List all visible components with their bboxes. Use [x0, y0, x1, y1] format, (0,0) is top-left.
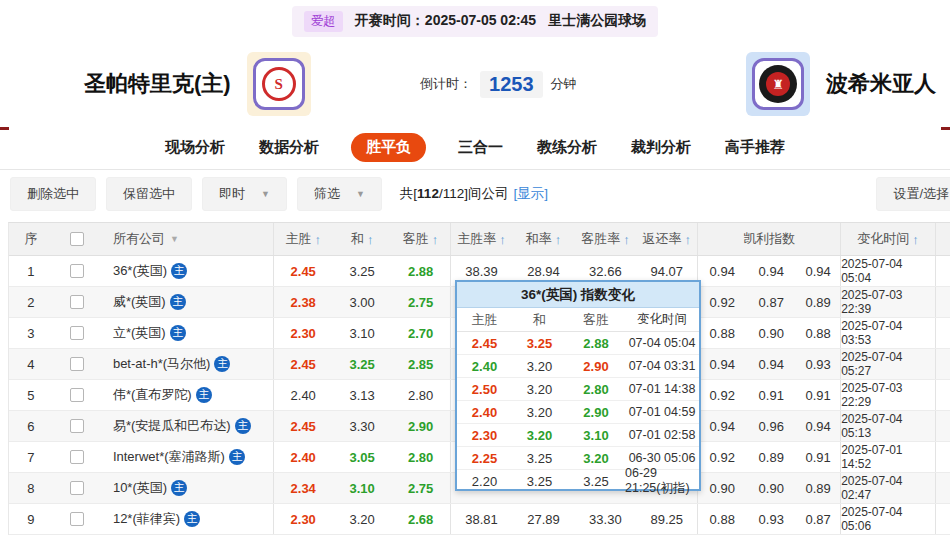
kelly-draw: 0.90 [746, 473, 796, 503]
kelly-draw: 0.87 [746, 287, 796, 317]
kelly-home: 0.88 [698, 504, 746, 534]
home-team: 圣帕特里克(主) S [84, 52, 311, 116]
row-checkbox[interactable] [70, 326, 84, 340]
popup-odds-away: 3.10 [567, 428, 625, 443]
kelly-draw: 0.94 [746, 349, 796, 379]
nav-tab[interactable]: 教练分析 [535, 133, 599, 162]
popup-odds-draw: 3.20 [512, 359, 567, 374]
odds-away: 2.68 [392, 504, 451, 534]
table-header: 序 所有公司▼ 主胜↑ 和↑ 客胜↑ 主胜率↑ 和率↑ 客胜率↑ 返还率↑ 凯利… [9, 223, 950, 256]
row-checkbox[interactable] [70, 419, 84, 433]
odds-away: 2.88 [392, 256, 451, 286]
header-company[interactable]: 所有公司▼ [101, 223, 274, 255]
popup-header: 主胜 和 客胜 变化时间 [457, 308, 699, 332]
settings-button[interactable]: 设置/选择 [876, 177, 950, 211]
odds-home: 2.45 [274, 411, 333, 441]
header-draw-rate[interactable]: 和率↑ [512, 223, 574, 255]
kelly-away: 0.89 [796, 473, 841, 503]
kelly-home: 0.94 [698, 256, 746, 286]
popup-odds-away: 2.90 [567, 405, 625, 420]
kelly-away: 0.89 [796, 287, 841, 317]
row-time: 2025-07-01 14:52 [841, 442, 936, 472]
host-badge-icon: 主 [196, 387, 212, 403]
header-change-time[interactable]: 变化时间↑ [841, 223, 936, 255]
row-checkbox[interactable] [70, 357, 84, 371]
odds-draw: 3.13 [333, 380, 392, 410]
kelly-draw: 0.93 [746, 504, 796, 534]
popup-odds-away: 2.90 [567, 359, 625, 374]
row-seq: 2 [9, 287, 53, 317]
nav-tab[interactable]: 数据分析 [257, 133, 321, 162]
kelly-draw: 0.94 [746, 256, 796, 286]
filter-dropdown[interactable]: 筛选▼ [297, 177, 382, 211]
popup-row-time: 07-04 03:31 [625, 359, 699, 373]
company-name[interactable]: Interwet*(塞浦路斯) [113, 448, 225, 466]
kelly-away: 0.91 [796, 442, 841, 472]
host-badge-icon: 主 [184, 511, 200, 527]
row-checkbox[interactable] [70, 388, 84, 402]
row-checkbox[interactable] [70, 481, 84, 495]
keep-selected-button[interactable]: 保留选中 [106, 177, 192, 211]
company-name[interactable]: 36*(英国) [113, 262, 167, 280]
company-name[interactable]: 伟*(直布罗陀) [113, 386, 192, 404]
instant-dropdown[interactable]: 即时▼ [202, 177, 287, 211]
popup-header-time: 变化时间 [625, 311, 699, 328]
odds-draw: 3.10 [333, 473, 392, 503]
popup-header-draw: 和 [512, 311, 567, 329]
row-checkbox[interactable] [70, 295, 84, 309]
select-all-checkbox[interactable] [70, 232, 84, 246]
company-name[interactable]: bet-at-h*(马尔他) [113, 355, 211, 373]
odds-home: 2.40 [274, 442, 333, 472]
row-seq: 3 [9, 318, 53, 348]
company-name[interactable]: 立*(英国) [113, 324, 166, 342]
company-name[interactable]: 10*(英国) [113, 479, 167, 497]
row-seq: 9 [9, 504, 53, 534]
popup-row-time: 07-01 14:38 [625, 382, 699, 396]
chevron-down-icon: ▼ [261, 189, 270, 199]
header-home-win[interactable]: 主胜↑ [274, 223, 333, 255]
pct-home: 38.81 [451, 504, 513, 534]
nav-tab[interactable]: 裁判分析 [629, 133, 693, 162]
popup-row-time: 07-01 02:58 [625, 428, 699, 442]
header-draw[interactable]: 和↑ [333, 223, 392, 255]
away-crest-icon: ♜ [759, 65, 797, 103]
odds-draw: 3.05 [333, 442, 392, 472]
odds-away: 2.75 [392, 473, 451, 503]
nav-tab[interactable]: 三合一 [456, 133, 505, 162]
divider-red-right [941, 127, 950, 130]
kelly-home: 0.88 [698, 318, 746, 348]
delete-selected-button[interactable]: 删除选中 [10, 177, 96, 211]
nav-tab[interactable]: 现场分析 [163, 133, 227, 162]
header-home-rate[interactable]: 主胜率↑ [451, 223, 513, 255]
popup-body: 2.45 3.25 2.88 07-04 05:04 2.40 3.20 2.9… [457, 332, 699, 493]
row-checkbox[interactable] [70, 512, 84, 526]
row-checkbox[interactable] [70, 450, 84, 464]
popup-odds-draw: 3.25 [512, 474, 567, 489]
table-row[interactable]: 9 12*(菲律宾)主 2.30 3.20 2.68 38.81 27.89 3… [9, 504, 950, 535]
row-time: 2025-07-04 02:47 [841, 473, 936, 503]
header-return-rate[interactable]: 返还率↑ [636, 223, 698, 255]
row-time: 2025-07-03 22:29 [841, 380, 936, 410]
popup-odds-away: 2.88 [567, 336, 625, 351]
league-badge[interactable]: 爱超 [304, 11, 343, 32]
odds-draw: 3.10 [333, 318, 392, 348]
popup-odds-draw: 3.20 [512, 428, 567, 443]
nav-tab[interactable]: 高手推荐 [723, 133, 787, 162]
header-stub [936, 223, 950, 255]
header-away-rate[interactable]: 客胜率↑ [574, 223, 636, 255]
company-name[interactable]: 威*(英国) [113, 293, 166, 311]
header-away-win[interactable]: 客胜↑ [392, 223, 451, 255]
home-team-logo: S [247, 52, 311, 116]
company-name[interactable]: 12*(菲律宾) [113, 510, 180, 528]
odds-draw: 3.25 [333, 256, 392, 286]
popup-row-time: 06-30 05:06 [625, 451, 699, 465]
company-count: 共[112/112]间公司[显示] [400, 185, 548, 203]
nav-tab[interactable]: 胜平负 [351, 133, 426, 162]
show-link[interactable]: [显示] [513, 186, 548, 201]
row-checkbox[interactable] [70, 264, 84, 278]
company-name[interactable]: 易*(安提瓜和巴布达) [113, 417, 231, 435]
popup-row: 2.50 3.20 2.80 07-01 14:38 [457, 378, 699, 401]
row-time: 2025-07-04 05:04 [841, 256, 936, 286]
row-seq: 1 [9, 256, 53, 286]
kelly-away: 0.88 [796, 318, 841, 348]
